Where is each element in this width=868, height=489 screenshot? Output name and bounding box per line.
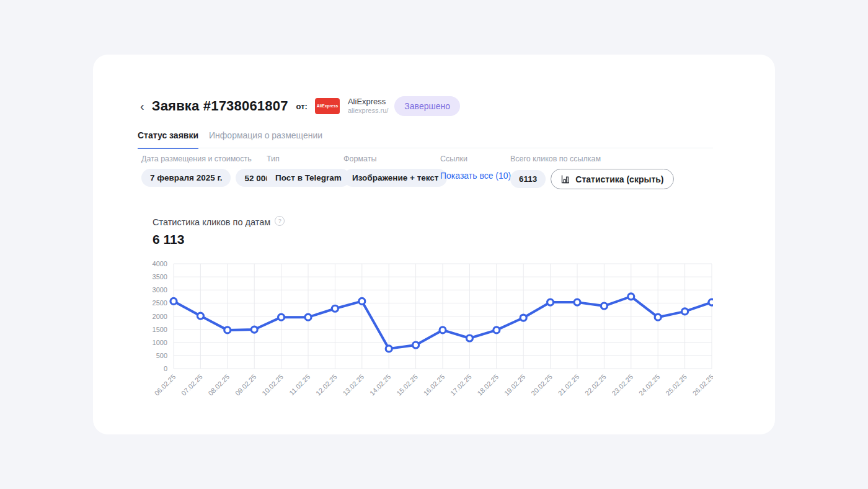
chip-row: Изображение + текст bbox=[343, 169, 447, 187]
svg-text:1000: 1000 bbox=[153, 339, 167, 346]
svg-text:16.02.25: 16.02.25 bbox=[422, 373, 446, 397]
chip-row: Пост в Telegram bbox=[267, 169, 350, 187]
svg-text:22.02.25: 22.02.25 bbox=[583, 373, 608, 397]
svg-text:06.02.25: 06.02.25 bbox=[153, 373, 177, 397]
back-chevron-icon[interactable]: ‹ bbox=[138, 99, 147, 114]
aliexpress-logo-text: AliExpress bbox=[317, 104, 339, 108]
advertiser-text: AliExpress aliexpress.ru/ bbox=[348, 97, 388, 115]
help-icon[interactable]: ? bbox=[275, 216, 285, 226]
detail-type: Тип Пост в Telegram bbox=[267, 155, 350, 187]
svg-text:21.02.25: 21.02.25 bbox=[557, 373, 581, 397]
tab-placement-info[interactable]: Информация о размещении bbox=[209, 130, 322, 149]
advertiser-name: AliExpress bbox=[348, 97, 388, 107]
chart-gridlines bbox=[174, 264, 712, 369]
svg-text:3000: 3000 bbox=[153, 286, 167, 294]
svg-text:12.02.25: 12.02.25 bbox=[314, 373, 339, 397]
detail-total-clicks: Всего кликов по ссылкам 6113 Статистика … bbox=[510, 155, 674, 189]
chart-markers bbox=[170, 294, 713, 352]
clicks-chart: 0500100015002000250030003500400006.02.25… bbox=[138, 258, 713, 413]
svg-text:1500: 1500 bbox=[153, 326, 167, 333]
svg-text:26.02.25: 26.02.25 bbox=[691, 373, 713, 397]
detail-label: Дата размещения и стоимость bbox=[141, 155, 286, 163]
svg-text:24.02.25: 24.02.25 bbox=[637, 373, 662, 397]
svg-text:10.02.25: 10.02.25 bbox=[260, 373, 285, 397]
detail-label: Всего кликов по ссылкам bbox=[510, 155, 674, 163]
statistics-toggle-label: Статистика (скрыть) bbox=[575, 174, 663, 184]
svg-text:19.02.25: 19.02.25 bbox=[503, 373, 527, 397]
from-label: от: bbox=[296, 102, 308, 111]
advertiser-domain: aliexpress.ru/ bbox=[348, 107, 388, 115]
date-chip: 7 февраля 2025 г. bbox=[141, 169, 231, 187]
chart-title: Статистика кликов по датам bbox=[153, 217, 270, 227]
statistics-toggle-button[interactable]: Статистика (скрыть) bbox=[551, 169, 673, 189]
show-all-links[interactable]: Показать все (10) bbox=[440, 171, 511, 181]
svg-text:500: 500 bbox=[156, 352, 167, 359]
svg-text:15.02.25: 15.02.25 bbox=[395, 373, 419, 397]
page: { "header": { "back_icon": "‹", "title":… bbox=[0, 0, 868, 489]
svg-text:20.02.25: 20.02.25 bbox=[529, 373, 554, 397]
detail-label: Форматы bbox=[343, 155, 447, 163]
svg-text:17.02.25: 17.02.25 bbox=[449, 373, 473, 397]
svg-text:0: 0 bbox=[164, 365, 167, 372]
detail-formats: Форматы Изображение + текст bbox=[343, 155, 447, 187]
svg-text:3500: 3500 bbox=[153, 273, 167, 280]
request-card: ‹ Заявка #1738061807 от: AliExpress AliE… bbox=[93, 55, 775, 434]
detail-label: Тип bbox=[267, 155, 350, 163]
svg-text:2500: 2500 bbox=[153, 299, 167, 307]
svg-text:2000: 2000 bbox=[153, 313, 167, 320]
bar-chart-icon bbox=[560, 174, 570, 184]
svg-text:4000: 4000 bbox=[153, 260, 167, 267]
svg-text:07.02.25: 07.02.25 bbox=[180, 373, 204, 397]
tabs: Статус заявки Информация о размещении bbox=[138, 130, 322, 149]
svg-text:23.02.25: 23.02.25 bbox=[610, 373, 634, 397]
format-chip: Изображение + текст bbox=[343, 169, 447, 187]
page-title: Заявка #1738061807 bbox=[152, 98, 288, 114]
chip-row: 6113 Статистика (скрыть) bbox=[510, 169, 674, 189]
detail-label: Ссылки bbox=[440, 155, 511, 163]
details-row: Дата размещения и стоимость 7 февраля 20… bbox=[138, 155, 713, 194]
chart-total-value: 6 113 bbox=[153, 232, 184, 247]
detail-links: Ссылки Показать все (10) bbox=[440, 155, 511, 181]
tab-request-status[interactable]: Статус заявки bbox=[138, 130, 198, 149]
svg-text:08.02.25: 08.02.25 bbox=[206, 373, 231, 397]
svg-text:11.02.25: 11.02.25 bbox=[288, 373, 311, 397]
detail-date-cost: Дата размещения и стоимость 7 февраля 20… bbox=[141, 155, 286, 187]
svg-text:13.02.25: 13.02.25 bbox=[341, 373, 365, 397]
chart-y-axis-labels: 05001000150020002500300035004000 bbox=[153, 260, 167, 372]
status-badge: Завершено bbox=[394, 96, 460, 116]
svg-text:18.02.25: 18.02.25 bbox=[476, 373, 500, 397]
request-header: ‹ Заявка #1738061807 от: AliExpress AliE… bbox=[138, 94, 460, 119]
chip-row: 7 февраля 2025 г. 52 000 ₽ bbox=[141, 169, 286, 187]
chart-title-row: Статистика кликов по датам ? bbox=[153, 217, 285, 227]
type-chip: Пост в Telegram bbox=[267, 169, 350, 187]
svg-text:09.02.25: 09.02.25 bbox=[234, 373, 258, 397]
chart-x-axis-labels: 06.02.2507.02.2508.02.2509.02.2510.02.25… bbox=[153, 373, 713, 397]
aliexpress-logo: AliExpress bbox=[315, 98, 340, 114]
svg-text:14.02.25: 14.02.25 bbox=[368, 373, 392, 397]
total-clicks-chip: 6113 bbox=[510, 170, 546, 188]
tabs-divider bbox=[138, 148, 713, 148]
svg-text:25.02.25: 25.02.25 bbox=[664, 373, 688, 397]
advertiser[interactable]: AliExpress AliExpress aliexpress.ru/ bbox=[315, 97, 388, 115]
